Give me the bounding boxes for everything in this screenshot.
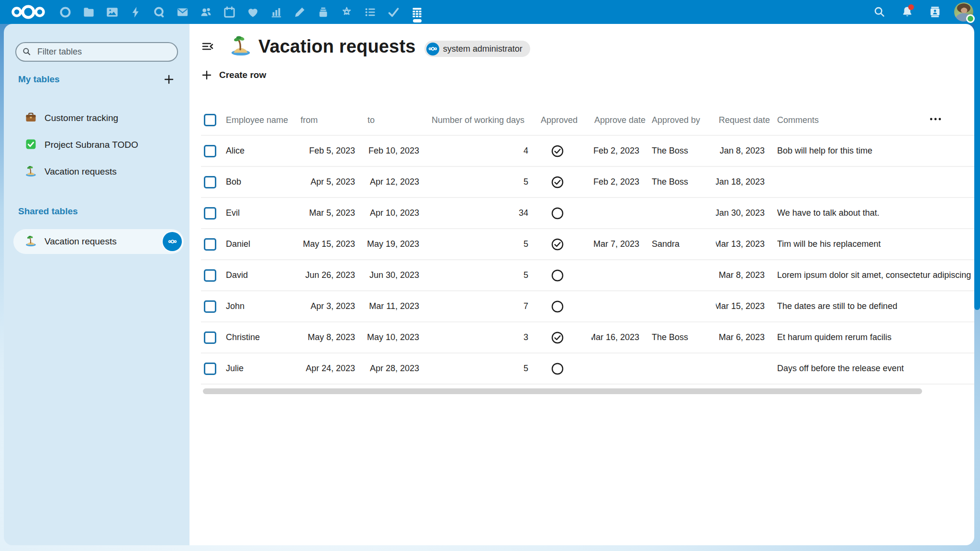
table-row-david[interactable]: DavidJun 26, 2023Jun 30, 20235Mar 8, 202… — [201, 260, 974, 291]
app-mail-icon[interactable] — [171, 0, 194, 24]
app-bullet-list-icon[interactable] — [358, 0, 382, 24]
sidebar-item-project-subrana-todo[interactable]: Project Subrana TODO — [4, 132, 189, 158]
cell-name[interactable]: John — [223, 291, 298, 321]
cell-approved_by[interactable] — [649, 198, 716, 228]
cell-request_date[interactable]: Mar 13, 2023 — [716, 229, 774, 259]
cell-approved_by[interactable] — [649, 260, 716, 290]
filter-tables-input[interactable] — [15, 42, 178, 62]
app-analytics-icon[interactable] — [265, 0, 288, 24]
horizontal-scrollbar[interactable] — [203, 388, 922, 394]
cell-approve_date[interactable]: Mar 7, 2023 — [591, 229, 649, 259]
cell-approve_date[interactable] — [591, 291, 649, 321]
row-checkbox[interactable] — [204, 238, 216, 251]
table-row-julie[interactable]: JulieApr 24, 2023Apr 28, 20235Days off b… — [201, 353, 974, 385]
row-select-cell[interactable] — [201, 198, 223, 228]
cell-approve_date[interactable]: Feb 2, 2023 — [591, 136, 649, 166]
approved-check-icon[interactable] — [538, 167, 591, 197]
cell-approved_by[interactable]: The Boss — [649, 322, 716, 353]
cell-name[interactable]: Bob — [223, 167, 298, 197]
cell-approve_date[interactable] — [591, 353, 649, 384]
cell-to[interactable]: May 19, 2023 — [365, 229, 429, 259]
app-tables-grid-icon[interactable] — [405, 0, 429, 24]
cell-request_date[interactable] — [716, 353, 774, 384]
cell-name[interactable]: Daniel — [223, 229, 298, 259]
row-select-cell[interactable] — [201, 260, 223, 290]
cell-approve_date[interactable]: Feb 2, 2023 — [591, 167, 649, 197]
sidebar-item-vacation-requests[interactable]: Vacation requests — [13, 229, 184, 254]
app-tasks-check-icon[interactable] — [382, 0, 405, 24]
cell-from[interactable]: Mar 5, 2023 — [298, 198, 365, 228]
cell-request_date[interactable]: Jan 8, 2023 — [716, 136, 774, 166]
app-photos-icon[interactable] — [100, 0, 124, 24]
column-header-from[interactable]: from — [298, 105, 365, 135]
approved-check-icon[interactable] — [538, 322, 591, 353]
approved-check-icon[interactable] — [538, 136, 591, 166]
owner-badge[interactable]: system administrator — [424, 41, 530, 57]
cell-days[interactable]: 5 — [429, 229, 538, 259]
cell-approve_date[interactable]: Mar 16, 2023 — [591, 322, 649, 353]
column-header-request_date[interactable]: Request date — [716, 105, 774, 135]
cell-to[interactable]: Feb 10, 2023 — [365, 136, 429, 166]
row-checkbox[interactable] — [204, 363, 216, 375]
cell-name[interactable]: Alice — [223, 136, 298, 166]
cell-comment[interactable] — [774, 167, 974, 197]
sidebar-item-customer-tracking[interactable]: Customer tracking — [4, 105, 189, 132]
row-select-cell[interactable] — [201, 353, 223, 384]
cell-from[interactable]: May 15, 2023 — [298, 229, 365, 259]
row-checkbox[interactable] — [204, 331, 216, 344]
table-row-john[interactable]: JohnApr 3, 2023Mar 11, 20237Mar 15, 2023… — [201, 291, 974, 322]
cell-request_date[interactable]: Jan 30, 2023 — [716, 198, 774, 228]
approved-check-icon[interactable] — [538, 229, 591, 259]
nextcloud-logo-icon[interactable] — [10, 3, 47, 21]
cell-days[interactable]: 3 — [429, 322, 538, 353]
row-select-cell[interactable] — [201, 229, 223, 259]
cell-comment[interactable]: The dates are still to be defined — [774, 291, 974, 321]
row-select-cell[interactable] — [201, 167, 223, 197]
approved-empty-circle-icon[interactable] — [538, 198, 591, 228]
app-dashboard-icon[interactable] — [54, 0, 77, 24]
cell-comment[interactable]: We have to talk about that. — [774, 198, 974, 228]
cell-from[interactable]: May 8, 2023 — [298, 322, 365, 353]
cell-days[interactable]: 5 — [429, 260, 538, 290]
column-header-comment[interactable]: Comments — [774, 105, 974, 135]
row-checkbox[interactable] — [204, 176, 216, 188]
cell-approve_date[interactable] — [591, 198, 649, 228]
cell-name[interactable]: Christine — [223, 322, 298, 353]
notifications-bell-icon[interactable] — [897, 1, 918, 22]
app-files-icon[interactable] — [77, 0, 100, 24]
cell-days[interactable]: 4 — [429, 136, 538, 166]
contacts-book-icon[interactable] — [924, 1, 946, 22]
cell-name[interactable]: David — [223, 260, 298, 290]
cell-approved_by[interactable]: The Boss — [649, 136, 716, 166]
row-select-cell[interactable] — [201, 136, 223, 166]
cell-days[interactable]: 5 — [429, 167, 538, 197]
cell-request_date[interactable]: Mar 6, 2023 — [716, 322, 774, 353]
column-header-name[interactable]: Employee name — [223, 105, 298, 135]
row-select-cell[interactable] — [201, 322, 223, 353]
row-checkbox[interactable] — [204, 207, 216, 220]
page-scrollbar-thumb[interactable] — [974, 24, 980, 310]
app-activity-icon[interactable] — [124, 0, 147, 24]
cell-comment[interactable]: Tim will be his replacement — [774, 229, 974, 259]
approved-empty-circle-icon[interactable] — [538, 260, 591, 290]
add-table-plus-icon[interactable] — [162, 72, 176, 87]
row-checkbox[interactable] — [204, 145, 216, 157]
app-search-app-icon[interactable] — [147, 0, 171, 24]
cell-request_date[interactable]: Mar 15, 2023 — [716, 291, 774, 321]
cell-from[interactable]: Feb 5, 2023 — [298, 136, 365, 166]
cell-from[interactable]: Jun 26, 2023 — [298, 260, 365, 290]
cell-comment[interactable]: Et harum quidem rerum facilis — [774, 322, 974, 353]
app-notes-icon[interactable] — [288, 0, 312, 24]
cell-to[interactable]: Mar 11, 2023 — [365, 291, 429, 321]
cell-days[interactable]: 34 — [429, 198, 538, 228]
cell-name[interactable]: Julie — [223, 353, 298, 384]
app-collection-stack-icon[interactable] — [312, 0, 335, 24]
table-row-daniel[interactable]: DanielMay 15, 2023May 19, 20235Mar 7, 20… — [201, 229, 974, 260]
sidebar-item-vacation-requests[interactable]: Vacation requests — [4, 158, 189, 185]
table-options-ellipsis-icon[interactable] — [929, 115, 942, 123]
select-all-checkbox[interactable] — [204, 114, 216, 126]
app-heart-icon[interactable] — [241, 0, 265, 24]
column-header-to[interactable]: to — [365, 105, 429, 135]
app-contacts-icon[interactable] — [194, 0, 218, 24]
cell-to[interactable]: Apr 12, 2023 — [365, 167, 429, 197]
